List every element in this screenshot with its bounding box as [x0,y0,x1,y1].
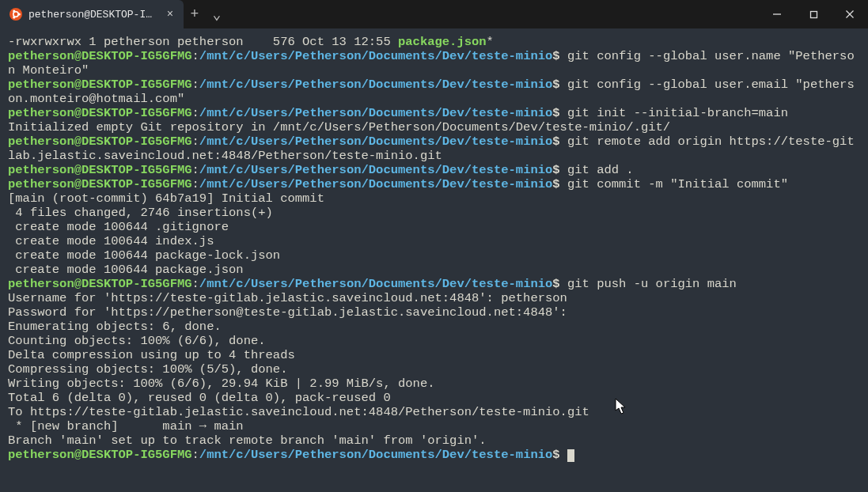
prompt-path: /mnt/c/Users/Petherson/Documents/Dev/tes… [199,177,552,191]
ls-output: -rwxrwxrwx 1 petherson petherson 576 Oct… [8,35,398,49]
commit-out: create mode 100644 index.js [8,234,214,248]
prompt-path: /mnt/c/Users/Petherson/Documents/Dev/tes… [199,448,552,462]
prompt-user: petherson@DESKTOP-IG5GFMG [8,277,192,291]
maximize-button[interactable] [795,0,832,28]
cmd-git-init: git init --initial-branch=main [560,106,788,120]
svg-rect-6 [810,11,817,17]
terminal-output[interactable]: -rwxrwxrwx 1 petherson petherson 576 Oct… [0,28,868,492]
commit-out: 4 files changed, 2746 insertions(+) [8,206,273,220]
prompt-user: petherson@DESKTOP-IG5GFMG [8,78,192,92]
prompt-user: petherson@DESKTOP-IG5GFMG [8,448,192,462]
cmd-git-push: git push -u origin main [560,277,737,291]
prompt-path: /mnt/c/Users/Petherson/Documents/Dev/tes… [199,49,552,63]
svg-point-3 [13,10,15,13]
titlebar: petherson@DESKTOP-IG5GFM × + ⌄ [0,0,868,28]
prompt-path: /mnt/c/Users/Petherson/Documents/Dev/tes… [199,106,552,120]
commit-out: create mode 100644 package-lock.json [8,248,280,263]
prompt-user: petherson@DESKTOP-IG5GFMG [8,134,192,149]
push-out: Total 6 (delta 0), reused 0 (delta 0), p… [8,391,391,405]
out-git-init: Initialized empty Git repository in /mnt… [8,120,670,134]
terminal-tab[interactable]: petherson@DESKTOP-IG5GFM × [0,0,184,28]
window-controls [759,0,868,28]
push-out: Branch 'main' set up to track remote bra… [8,433,487,448]
svg-point-2 [18,13,21,15]
commit-out: create mode 100644 package.json [8,263,244,277]
prompt-path: /mnt/c/Users/Petherson/Documents/Dev/tes… [199,134,552,149]
tab-dropdown-button[interactable]: ⌄ [206,0,228,28]
svg-point-4 [13,16,15,18]
push-out: Writing objects: 100% (6/6), 29.94 KiB |… [8,377,435,391]
ls-suffix: * [487,35,494,49]
tab-close-button[interactable]: × [165,9,176,20]
ls-filename: package.json [398,35,487,49]
push-out: Password for 'https://petherson@teste-gi… [8,305,567,320]
prompt-user: petherson@DESKTOP-IG5GFMG [8,106,192,120]
prompt-path: /mnt/c/Users/Petherson/Documents/Dev/tes… [199,163,552,177]
prompt-path: /mnt/c/Users/Petherson/Documents/Dev/tes… [199,78,552,92]
prompt-user: petherson@DESKTOP-IG5GFMG [8,163,192,177]
push-out: Counting objects: 100% (6/6), done. [8,334,266,348]
push-out: Compressing objects: 100% (5/5), done. [8,362,287,377]
commit-out: [main (root-commit) 64b7a19] Initial com… [8,191,324,206]
push-out: Enumerating objects: 6, done. [8,320,222,334]
cmd-git-commit: git commit -m "Initial commit" [560,177,788,191]
prompt-user: petherson@DESKTOP-IG5GFMG [8,49,192,63]
text-cursor [567,449,574,462]
terminal-window: petherson@DESKTOP-IG5GFM × + ⌄ -rwxrwxrw… [0,0,868,492]
commit-out: create mode 100644 .gitignore [8,220,229,234]
prompt-user: petherson@DESKTOP-IG5GFMG [8,177,192,191]
new-tab-button[interactable]: + [184,0,206,28]
close-button[interactable] [832,0,868,28]
push-out: * [new branch] main → main [8,419,244,433]
prompt-path: /mnt/c/Users/Petherson/Documents/Dev/tes… [199,277,552,291]
ubuntu-icon [9,8,22,21]
tab-title: petherson@DESKTOP-IG5GFM [28,9,155,21]
minimize-button[interactable] [759,0,795,28]
push-out: Delta compression using up to 4 threads [8,348,295,362]
push-out: Username for 'https://teste-gitlab.jelas… [8,291,567,305]
push-out: To https://teste-gitlab.jelastic.saveinc… [8,405,589,419]
cmd-git-add: git add . [560,163,634,177]
